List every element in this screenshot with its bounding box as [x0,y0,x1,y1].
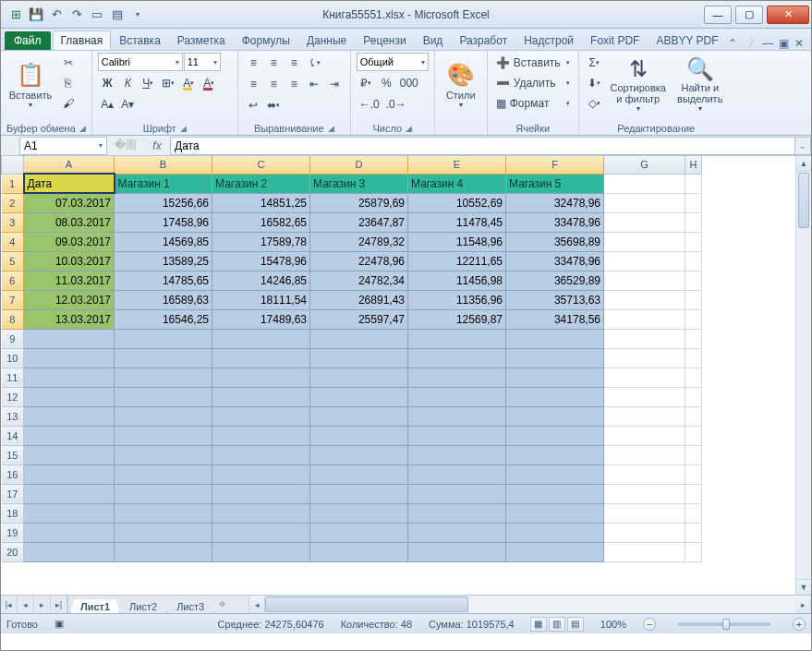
cell[interactable] [604,523,685,542]
cell[interactable] [685,368,702,387]
cell[interactable] [310,348,408,368]
cell[interactable]: 13.03.2017 [24,309,115,329]
cell[interactable] [24,329,115,348]
row-header[interactable]: 20 [2,542,24,561]
cell[interactable]: 11456,98 [408,271,506,290]
qat-item-icon[interactable]: ▭ [88,6,106,24]
row-header[interactable]: 1 [2,174,24,193]
cell[interactable] [310,445,408,464]
cell[interactable] [604,309,685,329]
cell[interactable] [212,445,310,464]
qat-item-icon[interactable]: ▤ [108,6,127,24]
cell[interactable] [604,542,685,561]
formula-expand-button[interactable]: ⌄ [794,137,811,155]
cell[interactable]: 36529,89 [506,271,604,290]
cell[interactable] [310,523,408,542]
cell[interactable]: 11.03.2017 [24,271,115,290]
cell[interactable]: 14246,85 [212,271,310,290]
cell[interactable] [685,445,702,464]
cell[interactable] [506,464,604,484]
cell[interactable] [115,503,212,523]
cell[interactable] [685,503,702,523]
scroll-right-icon[interactable]: ▸ [795,596,811,613]
cell[interactable]: 25597,47 [310,309,408,329]
cell[interactable]: Магазин 3 [310,174,408,193]
sort-filter-button[interactable]: ⇅ Сортировка и фильтр ▾ [608,53,669,115]
increase-indent-button[interactable]: ⇥ [325,74,345,93]
underline-button[interactable]: Ч▾ [139,73,158,92]
tab-view[interactable]: Вид [415,30,452,50]
row-header[interactable]: 6 [2,271,24,290]
font-name-combo[interactable]: Calibri▾ [98,53,183,71]
cell[interactable] [604,212,685,232]
cell[interactable] [310,368,408,387]
cell[interactable] [24,406,115,426]
zoom-slider[interactable] [678,622,770,626]
autosum-button[interactable]: Σ▾ [585,53,604,72]
cell[interactable]: Магазин 1 [115,174,212,193]
cell[interactable] [115,523,212,542]
column-header[interactable]: E [408,156,506,174]
cell[interactable] [604,271,685,290]
cell[interactable] [115,329,212,348]
cell[interactable]: 14785,65 [115,271,212,290]
cell[interactable] [506,503,604,523]
cell[interactable] [685,251,702,271]
save-icon[interactable]: 💾 [27,6,45,24]
row-header[interactable]: 5 [2,251,24,271]
cell[interactable]: 11548,96 [408,232,506,251]
row-header[interactable]: 2 [2,193,24,212]
row-header[interactable]: 12 [2,387,24,406]
cell[interactable]: 33478,96 [506,251,604,271]
insert-cells-button[interactable]: ➕ Вставить ▾ [493,53,573,72]
sheet-tab[interactable]: Лист2 [119,599,167,614]
row-header[interactable]: 13 [2,406,24,426]
cell[interactable] [408,523,506,542]
cell[interactable]: 18111,54 [212,290,310,309]
cell[interactable] [310,329,408,348]
qat-dropdown-icon[interactable]: ▾ [128,6,147,24]
cell[interactable]: 14851,25 [212,193,310,212]
cell[interactable] [685,232,702,251]
new-sheet-icon[interactable]: ✧ [213,596,230,613]
zoom-level[interactable]: 100% [600,619,626,630]
cell[interactable] [408,464,506,484]
row-header[interactable]: 18 [2,503,24,523]
maximize-button[interactable]: ▢ [735,6,763,24]
number-format-combo[interactable]: Общий▾ [357,53,429,71]
paste-button[interactable]: 📋 Вставить ▾ [6,53,55,115]
column-header[interactable]: H [685,156,702,174]
cell[interactable]: 22478,96 [310,251,408,271]
merge-button[interactable]: ⬌▾ [264,95,284,115]
cell[interactable]: 16589,63 [115,290,212,309]
cell[interactable] [685,193,702,212]
decrease-decimal-button[interactable]: .0→ [383,94,409,114]
help-icon[interactable]: ❔ [743,37,757,50]
tab-data[interactable]: Данные [298,30,355,50]
cell[interactable]: Магазин 5 [506,174,604,193]
cell[interactable] [408,406,506,426]
align-right-button[interactable]: ≡ [285,74,304,93]
cell[interactable] [604,484,685,503]
doc-close-icon[interactable]: ✕ [794,37,804,50]
cell[interactable] [604,445,685,464]
column-header[interactable]: F [506,156,604,174]
cell[interactable]: 24782,34 [310,271,408,290]
vertical-scrollbar[interactable]: ▲ ▼ [795,156,811,595]
dialog-launcher-icon[interactable]: ◢ [79,124,86,133]
cell[interactable] [506,426,604,445]
cell[interactable]: 24789,32 [310,232,408,251]
cell[interactable] [212,329,310,348]
tab-addins[interactable]: Надстрой [515,30,582,50]
tab-layout[interactable]: Разметка [169,30,234,50]
cell[interactable] [24,426,115,445]
align-center-button[interactable]: ≡ [264,74,284,93]
fill-color-button[interactable]: A▾ [179,73,199,92]
cell[interactable] [24,523,115,542]
cell[interactable]: Магазин 4 [408,174,506,193]
cell[interactable]: 25879,69 [310,193,408,212]
select-all-corner[interactable] [2,156,24,174]
tab-scroll-first-icon[interactable]: |◂ [1,596,18,613]
cell[interactable] [604,426,685,445]
cell[interactable]: 12211,65 [408,251,506,271]
